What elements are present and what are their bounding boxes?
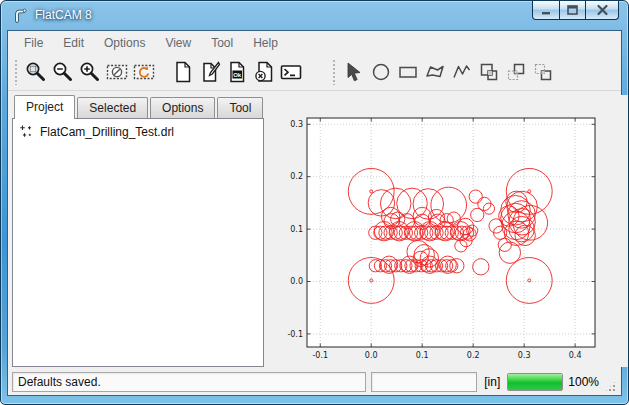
svg-text:-0.1: -0.1 [287,330,303,339]
plot-panel: -0.10.00.10.20.30.4-0.10.00.10.20.3 [270,95,628,367]
menu-view[interactable]: View [155,33,201,53]
draw-circle-button[interactable] [367,59,394,86]
zoom-fit-button[interactable] [22,59,49,86]
project-tree[interactable]: FlatCam_Drilling_Test.drl [12,118,264,367]
status-secondary-box [371,372,477,392]
svg-text:Ok: Ok [233,72,242,78]
svg-text:0.2: 0.2 [467,351,480,360]
new-project-button[interactable] [169,59,196,86]
subtract-button[interactable] [502,59,529,86]
draw-polyline-button[interactable] [448,59,475,86]
progress-fill [508,374,562,390]
window-title: FlatCAM 8 [35,8,92,22]
union-shapes-icon [477,60,501,84]
progress-percent-label: 100% [568,375,599,389]
maximize-icon [566,4,579,16]
zoom-in-icon [78,60,102,84]
minimize-icon [540,4,552,16]
zoom-fit-icon [24,60,48,84]
replot-button[interactable] [130,59,157,86]
svg-text:0.3: 0.3 [290,120,303,129]
progress-bar [507,373,563,391]
tab-bar: Project Selected Options Tool [12,95,264,118]
replot-icon [132,60,156,84]
titlebar[interactable]: FlatCAM 8 [1,1,628,30]
ok-document-icon: Ok [225,60,249,84]
shell-terminal-icon [279,60,303,84]
svg-text:-0.1: -0.1 [312,351,328,360]
client-area: File Edit Options View Tool Help [7,30,622,396]
select-tool-button[interactable] [340,59,367,86]
window-controls [533,1,619,20]
tree-item-drill-file[interactable]: FlatCam_Drilling_Test.drl [13,119,263,139]
toolbar-drag-handle[interactable] [14,59,18,85]
svg-text:0.1: 0.1 [416,351,429,360]
tab-selected[interactable]: Selected [77,97,148,118]
clear-plot-button[interactable] [103,59,130,86]
polyline-shape-icon [450,60,474,84]
cursor-arrow-icon [342,60,366,84]
window: FlatCAM 8 File Edit Options View To [0,0,629,405]
drill-plot-canvas[interactable]: -0.10.00.10.20.30.4-0.10.00.10.20.3 [270,105,628,367]
drill-icon [19,124,34,139]
units-label: [in] [482,375,502,389]
clear-plot-icon [105,60,129,84]
edit-document-icon [198,60,222,84]
menu-help[interactable]: Help [243,33,288,53]
close-button[interactable] [585,1,619,20]
main-content: Project Selected Options Tool [8,91,621,369]
new-document-icon [171,60,195,84]
resize-grip[interactable] [604,380,617,393]
shell-button[interactable] [277,59,304,86]
save-ok-button[interactable]: Ok [223,59,250,86]
rectangle-shape-icon [396,60,420,84]
open-document-button[interactable] [196,59,223,86]
maximize-button[interactable] [559,1,586,20]
menu-bar: File Edit Options View Tool Help [8,31,621,54]
tab-options[interactable]: Options [150,97,215,118]
tab-tool[interactable]: Tool [217,97,263,118]
draw-polygon-button[interactable] [421,59,448,86]
subtract-shapes-icon [504,60,528,84]
zoom-out-icon [51,60,75,84]
intersect-shapes-icon [531,60,555,84]
polygon-shape-icon [423,60,447,84]
draw-rectangle-button[interactable] [394,59,421,86]
delete-document-icon [252,60,276,84]
zoom-in-button[interactable] [76,59,103,86]
menu-file[interactable]: File [14,33,53,53]
menu-tool[interactable]: Tool [201,33,243,53]
svg-text:0.4: 0.4 [569,351,582,360]
status-message: Defaults saved. [12,372,366,392]
flatcam-app-icon [12,7,29,24]
svg-text:0.0: 0.0 [365,351,378,360]
tree-item-label: FlatCam_Drilling_Test.drl [40,125,174,139]
circle-shape-icon [369,60,393,84]
menu-options[interactable]: Options [94,33,155,53]
svg-text:0.3: 0.3 [518,351,531,360]
zoom-out-button[interactable] [49,59,76,86]
svg-text:0.1: 0.1 [290,225,303,234]
svg-text:0.0: 0.0 [290,277,303,286]
status-bar: Defaults saved. [in] 100% [8,369,621,395]
tab-project[interactable]: Project [14,95,75,119]
delete-object-button[interactable] [250,59,277,86]
close-icon [596,4,609,16]
toolbar: Ok [8,54,621,91]
toolbar-drag-handle[interactable] [332,59,336,85]
union-button[interactable] [475,59,502,86]
menu-edit[interactable]: Edit [53,33,94,53]
minimize-button[interactable] [532,1,560,20]
intersect-button[interactable] [529,59,556,86]
svg-text:0.2: 0.2 [290,172,303,181]
left-panel: Project Selected Options Tool [12,95,264,367]
